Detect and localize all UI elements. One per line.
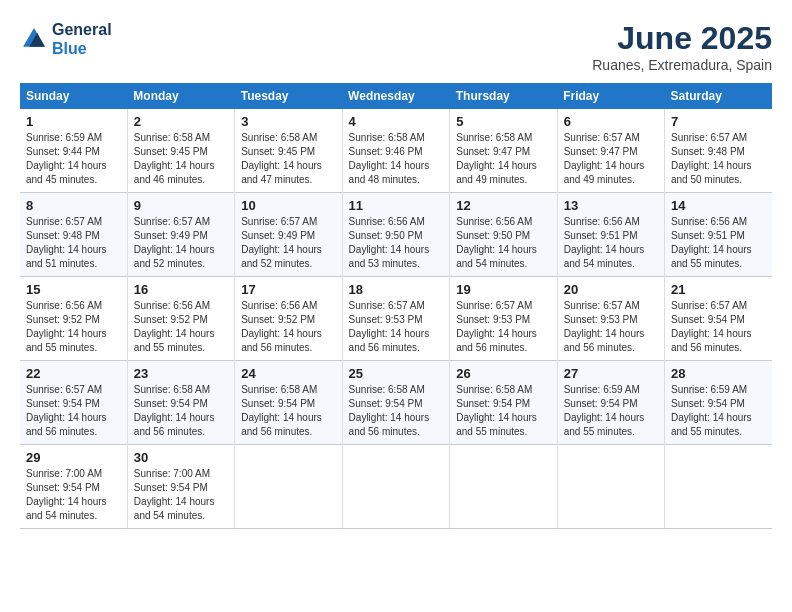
weekday-header: Monday bbox=[127, 83, 234, 109]
calendar-week-row: 29 Sunrise: 7:00 AMSunset: 9:54 PMDaylig… bbox=[20, 445, 772, 529]
day-info: Sunrise: 6:56 AMSunset: 9:51 PMDaylight:… bbox=[564, 216, 645, 269]
day-info: Sunrise: 6:58 AMSunset: 9:46 PMDaylight:… bbox=[349, 132, 430, 185]
calendar-cell bbox=[557, 445, 664, 529]
calendar-cell: 24 Sunrise: 6:58 AMSunset: 9:54 PMDaylig… bbox=[235, 361, 342, 445]
calendar-cell: 10 Sunrise: 6:57 AMSunset: 9:49 PMDaylig… bbox=[235, 193, 342, 277]
day-info: Sunrise: 6:59 AMSunset: 9:44 PMDaylight:… bbox=[26, 132, 107, 185]
day-number: 1 bbox=[26, 114, 121, 129]
day-info: Sunrise: 6:56 AMSunset: 9:52 PMDaylight:… bbox=[134, 300, 215, 353]
calendar-cell: 22 Sunrise: 6:57 AMSunset: 9:54 PMDaylig… bbox=[20, 361, 127, 445]
weekday-header: Wednesday bbox=[342, 83, 450, 109]
logo: General Blue bbox=[20, 20, 112, 58]
month-title: June 2025 bbox=[592, 20, 772, 57]
calendar-cell: 11 Sunrise: 6:56 AMSunset: 9:50 PMDaylig… bbox=[342, 193, 450, 277]
day-number: 13 bbox=[564, 198, 658, 213]
day-number: 26 bbox=[456, 366, 550, 381]
calendar-cell: 12 Sunrise: 6:56 AMSunset: 9:50 PMDaylig… bbox=[450, 193, 557, 277]
calendar-cell: 26 Sunrise: 6:58 AMSunset: 9:54 PMDaylig… bbox=[450, 361, 557, 445]
calendar-table: SundayMondayTuesdayWednesdayThursdayFrid… bbox=[20, 83, 772, 529]
day-number: 19 bbox=[456, 282, 550, 297]
day-info: Sunrise: 6:56 AMSunset: 9:51 PMDaylight:… bbox=[671, 216, 752, 269]
weekday-header: Friday bbox=[557, 83, 664, 109]
day-number: 9 bbox=[134, 198, 228, 213]
day-info: Sunrise: 6:57 AMSunset: 9:47 PMDaylight:… bbox=[564, 132, 645, 185]
calendar-cell: 19 Sunrise: 6:57 AMSunset: 9:53 PMDaylig… bbox=[450, 277, 557, 361]
day-info: Sunrise: 6:56 AMSunset: 9:50 PMDaylight:… bbox=[456, 216, 537, 269]
calendar-cell: 4 Sunrise: 6:58 AMSunset: 9:46 PMDayligh… bbox=[342, 109, 450, 193]
day-number: 15 bbox=[26, 282, 121, 297]
day-info: Sunrise: 6:58 AMSunset: 9:47 PMDaylight:… bbox=[456, 132, 537, 185]
day-info: Sunrise: 7:00 AMSunset: 9:54 PMDaylight:… bbox=[26, 468, 107, 521]
day-number: 7 bbox=[671, 114, 766, 129]
day-info: Sunrise: 6:58 AMSunset: 9:54 PMDaylight:… bbox=[134, 384, 215, 437]
calendar-cell: 21 Sunrise: 6:57 AMSunset: 9:54 PMDaylig… bbox=[664, 277, 772, 361]
calendar-cell: 3 Sunrise: 6:58 AMSunset: 9:45 PMDayligh… bbox=[235, 109, 342, 193]
day-info: Sunrise: 7:00 AMSunset: 9:54 PMDaylight:… bbox=[134, 468, 215, 521]
day-number: 28 bbox=[671, 366, 766, 381]
day-number: 6 bbox=[564, 114, 658, 129]
day-number: 12 bbox=[456, 198, 550, 213]
calendar-cell: 15 Sunrise: 6:56 AMSunset: 9:52 PMDaylig… bbox=[20, 277, 127, 361]
day-info: Sunrise: 6:56 AMSunset: 9:52 PMDaylight:… bbox=[241, 300, 322, 353]
day-info: Sunrise: 6:58 AMSunset: 9:45 PMDaylight:… bbox=[134, 132, 215, 185]
day-info: Sunrise: 6:57 AMSunset: 9:53 PMDaylight:… bbox=[456, 300, 537, 353]
day-info: Sunrise: 6:58 AMSunset: 9:54 PMDaylight:… bbox=[456, 384, 537, 437]
day-info: Sunrise: 6:58 AMSunset: 9:54 PMDaylight:… bbox=[241, 384, 322, 437]
calendar-header: SundayMondayTuesdayWednesdayThursdayFrid… bbox=[20, 83, 772, 109]
calendar-cell: 14 Sunrise: 6:56 AMSunset: 9:51 PMDaylig… bbox=[664, 193, 772, 277]
calendar-cell: 5 Sunrise: 6:58 AMSunset: 9:47 PMDayligh… bbox=[450, 109, 557, 193]
weekday-header: Saturday bbox=[664, 83, 772, 109]
day-number: 16 bbox=[134, 282, 228, 297]
calendar-cell: 8 Sunrise: 6:57 AMSunset: 9:48 PMDayligh… bbox=[20, 193, 127, 277]
calendar-cell: 25 Sunrise: 6:58 AMSunset: 9:54 PMDaylig… bbox=[342, 361, 450, 445]
day-number: 4 bbox=[349, 114, 444, 129]
day-number: 17 bbox=[241, 282, 335, 297]
logo-icon bbox=[20, 25, 48, 53]
calendar-cell: 13 Sunrise: 6:56 AMSunset: 9:51 PMDaylig… bbox=[557, 193, 664, 277]
day-number: 10 bbox=[241, 198, 335, 213]
day-number: 8 bbox=[26, 198, 121, 213]
calendar-cell bbox=[235, 445, 342, 529]
day-info: Sunrise: 6:59 AMSunset: 9:54 PMDaylight:… bbox=[671, 384, 752, 437]
day-number: 3 bbox=[241, 114, 335, 129]
day-number: 24 bbox=[241, 366, 335, 381]
logo-text: General Blue bbox=[52, 20, 112, 58]
calendar-cell: 28 Sunrise: 6:59 AMSunset: 9:54 PMDaylig… bbox=[664, 361, 772, 445]
day-number: 20 bbox=[564, 282, 658, 297]
day-number: 14 bbox=[671, 198, 766, 213]
calendar-cell: 30 Sunrise: 7:00 AMSunset: 9:54 PMDaylig… bbox=[127, 445, 234, 529]
day-number: 25 bbox=[349, 366, 444, 381]
page-header: General Blue June 2025 Ruanes, Extremadu… bbox=[20, 20, 772, 73]
day-info: Sunrise: 6:56 AMSunset: 9:50 PMDaylight:… bbox=[349, 216, 430, 269]
calendar-cell: 6 Sunrise: 6:57 AMSunset: 9:47 PMDayligh… bbox=[557, 109, 664, 193]
day-info: Sunrise: 6:58 AMSunset: 9:54 PMDaylight:… bbox=[349, 384, 430, 437]
calendar-cell: 2 Sunrise: 6:58 AMSunset: 9:45 PMDayligh… bbox=[127, 109, 234, 193]
day-info: Sunrise: 6:57 AMSunset: 9:54 PMDaylight:… bbox=[671, 300, 752, 353]
day-info: Sunrise: 6:58 AMSunset: 9:45 PMDaylight:… bbox=[241, 132, 322, 185]
calendar-cell bbox=[664, 445, 772, 529]
calendar-cell: 20 Sunrise: 6:57 AMSunset: 9:53 PMDaylig… bbox=[557, 277, 664, 361]
day-number: 11 bbox=[349, 198, 444, 213]
calendar-week-row: 15 Sunrise: 6:56 AMSunset: 9:52 PMDaylig… bbox=[20, 277, 772, 361]
calendar-week-row: 1 Sunrise: 6:59 AMSunset: 9:44 PMDayligh… bbox=[20, 109, 772, 193]
day-info: Sunrise: 6:59 AMSunset: 9:54 PMDaylight:… bbox=[564, 384, 645, 437]
calendar-week-row: 8 Sunrise: 6:57 AMSunset: 9:48 PMDayligh… bbox=[20, 193, 772, 277]
weekday-header: Sunday bbox=[20, 83, 127, 109]
calendar-cell: 1 Sunrise: 6:59 AMSunset: 9:44 PMDayligh… bbox=[20, 109, 127, 193]
day-info: Sunrise: 6:57 AMSunset: 9:53 PMDaylight:… bbox=[349, 300, 430, 353]
day-info: Sunrise: 6:57 AMSunset: 9:49 PMDaylight:… bbox=[241, 216, 322, 269]
day-number: 30 bbox=[134, 450, 228, 465]
calendar-cell: 29 Sunrise: 7:00 AMSunset: 9:54 PMDaylig… bbox=[20, 445, 127, 529]
day-number: 27 bbox=[564, 366, 658, 381]
weekday-header: Tuesday bbox=[235, 83, 342, 109]
day-number: 22 bbox=[26, 366, 121, 381]
day-info: Sunrise: 6:57 AMSunset: 9:48 PMDaylight:… bbox=[671, 132, 752, 185]
calendar-cell: 9 Sunrise: 6:57 AMSunset: 9:49 PMDayligh… bbox=[127, 193, 234, 277]
calendar-cell: 18 Sunrise: 6:57 AMSunset: 9:53 PMDaylig… bbox=[342, 277, 450, 361]
day-info: Sunrise: 6:57 AMSunset: 9:54 PMDaylight:… bbox=[26, 384, 107, 437]
calendar-cell bbox=[450, 445, 557, 529]
day-number: 29 bbox=[26, 450, 121, 465]
day-number: 21 bbox=[671, 282, 766, 297]
calendar-cell: 23 Sunrise: 6:58 AMSunset: 9:54 PMDaylig… bbox=[127, 361, 234, 445]
calendar-cell: 17 Sunrise: 6:56 AMSunset: 9:52 PMDaylig… bbox=[235, 277, 342, 361]
